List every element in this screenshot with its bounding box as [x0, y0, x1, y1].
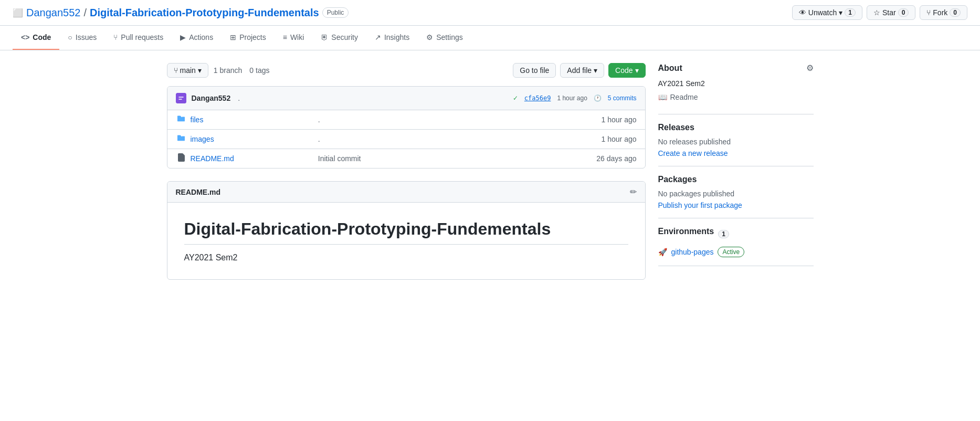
code-label: Code	[615, 66, 633, 75]
table-row: files . 1 hour ago	[167, 110, 645, 130]
eye-icon: 👁	[799, 8, 806, 17]
branch-count-link[interactable]: 1 branch	[214, 66, 242, 75]
tab-issues[interactable]: ○ Issues	[59, 26, 105, 50]
pencil-icon: ✏	[630, 187, 637, 196]
repo-name-link[interactable]: Digital-Fabrication-Prototyping-Fundemen…	[90, 7, 319, 19]
actions-icon: ▶	[180, 33, 186, 41]
env-link[interactable]: github-pages	[671, 248, 714, 256]
branch-info: 1 branch 0 tags	[214, 66, 270, 75]
unwatch-count: 1	[845, 8, 856, 17]
go-to-file-button[interactable]: Go to file	[513, 63, 556, 78]
releases-title: Releases	[658, 123, 814, 132]
readme-title: README.md	[176, 188, 221, 196]
settings-icon: ⚙	[426, 33, 433, 41]
add-file-label: Add file	[567, 66, 592, 75]
commit-time: 1 hour ago	[557, 94, 587, 102]
file-icon	[176, 153, 186, 164]
code-chevron-icon: ▾	[635, 66, 639, 75]
repo-icon: ⬜	[13, 8, 23, 18]
nav-tabs: <> Code ○ Issues ⑂ Pull requests ▶ Actio…	[0, 26, 980, 50]
header-actions: 👁 Unwatch ▾ 1 ☆ Star 0 ⑂ Fork 0	[792, 5, 967, 20]
branch-icon: ⑂	[174, 66, 178, 75]
environments-section: Environments 1 🚀 github-pages Active	[658, 227, 814, 257]
sidebar: About ⚙ AY2021 Sem2 📖 Readme Releases No…	[658, 63, 814, 280]
unwatch-button[interactable]: 👁 Unwatch ▾ 1	[792, 5, 862, 20]
visibility-badge: Public	[322, 7, 349, 18]
avatar	[176, 93, 186, 103]
code-icon: <>	[21, 33, 29, 41]
tab-settings[interactable]: ⚙ Settings	[418, 26, 471, 50]
insights-icon: ↗	[375, 33, 381, 41]
edit-readme-button[interactable]: ✏	[630, 187, 637, 197]
tab-security[interactable]: ⛨ Security	[312, 26, 366, 50]
commits-count-link[interactable]: 5 commits	[608, 94, 637, 102]
about-description: AY2021 Sem2	[658, 79, 814, 88]
clock-icon: 🕐	[594, 94, 602, 102]
divider	[658, 114, 814, 114]
add-file-chevron-icon: ▾	[594, 66, 597, 75]
fork-icon: ⑂	[926, 8, 931, 17]
tab-code[interactable]: <> Code	[13, 26, 59, 50]
commit-row: Dangan552 . ✓ cfa56e9 1 hour ago 🕐 5 com…	[167, 87, 645, 110]
gear-icon: ⚙	[806, 64, 814, 72]
title-separator: /	[83, 7, 87, 19]
create-release-link[interactable]: Create a new release	[658, 149, 728, 157]
tab-projects[interactable]: ⊞ Projects	[222, 26, 275, 50]
tab-insights[interactable]: ↗ Insights	[366, 26, 418, 50]
content-area: ⑂ main ▾ 1 branch 0 tags Go to file Add …	[167, 63, 646, 280]
environment-item: 🚀 github-pages Active	[658, 247, 814, 257]
folder-icon	[176, 114, 186, 125]
star-label: Star	[882, 8, 896, 17]
star-icon: ☆	[873, 8, 880, 17]
readme-header: README.md ✏	[167, 182, 645, 203]
file-time: 26 days ago	[574, 154, 637, 163]
readme-link-label: Readme	[670, 93, 698, 101]
svg-rect-0	[176, 93, 186, 103]
divider	[658, 266, 814, 266]
rocket-icon: 🚀	[658, 248, 667, 256]
commit-dot: .	[238, 94, 240, 102]
divider	[658, 166, 814, 166]
divider	[658, 218, 814, 218]
book-icon: 📖	[658, 93, 667, 101]
file-link[interactable]: images	[191, 135, 214, 143]
fork-label: Fork	[933, 8, 947, 17]
tab-wiki[interactable]: ≡ Wiki	[275, 26, 313, 50]
fork-count: 0	[950, 8, 961, 17]
chevron-down-icon: ▾	[839, 8, 842, 17]
owner-link[interactable]: Dangan552	[26, 7, 80, 19]
star-count: 0	[898, 8, 909, 17]
security-icon: ⛨	[321, 33, 328, 41]
star-button[interactable]: ☆ Star 0	[867, 5, 915, 20]
readme-link[interactable]: 📖 Readme	[658, 93, 814, 101]
readme-body: Digital-Fabrication-Prototyping-Fundemen…	[167, 203, 645, 279]
tab-actions[interactable]: ▶ Actions	[172, 26, 222, 50]
tab-pull-requests[interactable]: ⑂ Pull requests	[105, 26, 172, 50]
pull-requests-icon: ⑂	[113, 33, 118, 41]
code-button[interactable]: Code ▾	[608, 63, 645, 78]
branch-chevron-icon: ▾	[198, 66, 202, 75]
readme-section: README.md ✏ Digital-Fabrication-Prototyp…	[167, 181, 646, 280]
no-releases-text: No releases published	[658, 138, 814, 146]
file-link[interactable]: README.md	[191, 154, 234, 163]
releases-section: Releases No releases published Create a …	[658, 123, 814, 157]
commit-hash[interactable]: cfa56e9	[524, 94, 551, 102]
publish-package-link[interactable]: Publish your first package	[658, 201, 742, 209]
about-settings-button[interactable]: ⚙	[806, 63, 814, 73]
file-commit: .	[318, 135, 574, 143]
branch-selector[interactable]: ⑂ main ▾	[167, 63, 208, 78]
projects-icon: ⊞	[230, 33, 236, 41]
packages-title: Packages	[658, 175, 814, 184]
unwatch-label: Unwatch	[808, 8, 837, 17]
issues-icon: ○	[68, 33, 72, 41]
active-badge: Active	[718, 247, 744, 257]
tags-count-link[interactable]: 0 tags	[249, 66, 269, 75]
wiki-icon: ≡	[283, 33, 287, 41]
file-link[interactable]: files	[191, 115, 204, 124]
file-table: Dangan552 . ✓ cfa56e9 1 hour ago 🕐 5 com…	[167, 86, 646, 169]
add-file-button[interactable]: Add file ▾	[560, 63, 604, 78]
readme-text: AY2021 Sem2	[184, 253, 628, 262]
fork-button[interactable]: ⑂ Fork 0	[920, 5, 967, 20]
readme-heading: Digital-Fabrication-Prototyping-Fundemen…	[184, 219, 628, 245]
file-time: 1 hour ago	[574, 135, 637, 143]
